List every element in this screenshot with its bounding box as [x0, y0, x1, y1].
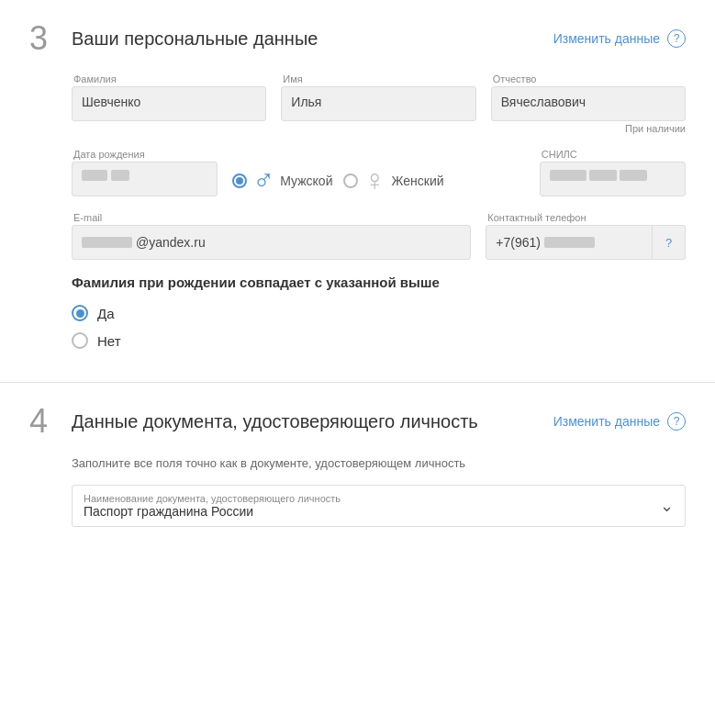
dob-field	[72, 162, 218, 196]
gender-male-radio[interactable]	[232, 174, 247, 188]
gender-male-option[interactable]: ♂ Мужской	[232, 163, 332, 197]
birth-surname-label: Фамилия при рождении совпадает с указанн…	[72, 274, 686, 290]
middle-name-group: Отчество Вячеславович При наличии	[491, 73, 686, 134]
dob-blur-1	[82, 170, 107, 181]
dob-blur-2	[111, 170, 129, 181]
section-4-actions: Изменить данные ?	[553, 412, 686, 431]
dob-label: Дата рождения	[72, 149, 218, 160]
section-4-help-button[interactable]: ?	[667, 412, 686, 431]
section-3-title-wrap: 3 Ваши персональные данные	[29, 22, 318, 55]
yes-label: Да	[97, 306, 115, 321]
email-blur	[82, 237, 132, 248]
snils-blur-1	[550, 170, 587, 181]
email-suffix: @yandex.ru	[136, 235, 206, 250]
phone-prefix: +7(961)	[496, 235, 541, 250]
first-name-label: Имя	[281, 73, 475, 84]
middle-name-note: При наличии	[491, 123, 686, 134]
section-4-header: 4 Данные документа, удостоверяющего личн…	[29, 405, 686, 438]
first-name-group: Имя Илья	[281, 73, 475, 134]
snils-blurred	[550, 170, 676, 181]
section-3-title: Ваши персональные данные	[72, 28, 318, 50]
phone-field: +7(961)	[486, 225, 653, 260]
phone-label: Контактный телефон	[486, 212, 686, 223]
gender-female-label: Женский	[391, 174, 443, 188]
gender-female-radio[interactable]	[343, 174, 358, 188]
section-3-actions: Изменить данные ?	[553, 29, 686, 48]
dob-group: Дата рождения	[72, 149, 218, 196]
section-4-content: Заполните все поля точно как в документе…	[72, 456, 686, 527]
female-icon: ♀	[363, 163, 385, 197]
section-4-change-link[interactable]: Изменить данные	[553, 414, 660, 429]
dob-blurred	[82, 170, 207, 181]
section-4-number: 4	[29, 405, 57, 438]
snils-group: СНИЛС	[540, 149, 686, 196]
section-3: 3 Ваши персональные данные Изменить данн…	[0, 0, 715, 383]
middle-name-label: Отчество	[491, 73, 686, 84]
section-3-help-button[interactable]: ?	[667, 29, 686, 48]
dropdown-field-label: Наименование документа, удостоверяющего …	[84, 493, 341, 504]
no-option[interactable]: Нет	[72, 332, 686, 349]
phone-blur	[544, 237, 595, 248]
snils-blur-3	[620, 170, 647, 181]
phone-group: Контактный телефон +7(961) ?	[486, 212, 686, 260]
name-fields-row: Фамилия Шевченко Имя Илья Отчество Вячес…	[72, 73, 686, 134]
last-name-field: Шевченко	[72, 86, 266, 121]
section-3-header: 3 Ваши персональные данные Изменить данн…	[29, 22, 686, 55]
phone-help-button[interactable]: ?	[653, 225, 686, 260]
first-name-field: Илья	[281, 86, 475, 121]
section-3-number: 3	[29, 22, 57, 55]
section-3-content: Фамилия Шевченко Имя Илья Отчество Вячес…	[72, 73, 686, 349]
section-4-title-wrap: 4 Данные документа, удостоверяющего личн…	[29, 405, 478, 438]
section-4: 4 Данные документа, удостоверяющего личн…	[0, 383, 715, 549]
chevron-down-icon: ⌄	[660, 496, 674, 516]
snils-field	[540, 162, 686, 196]
section-3-change-link[interactable]: Изменить данные	[553, 31, 660, 46]
gender-male-label: Мужской	[280, 174, 332, 188]
dropdown-label-wrap: Наименование документа, удостоверяющего …	[84, 493, 341, 519]
email-field: @yandex.ru	[72, 225, 471, 260]
section-4-title: Данные документа, удостоверяющего личнос…	[72, 411, 478, 432]
dropdown-value: Паспорт гражданина России	[84, 504, 341, 519]
yes-option[interactable]: Да	[72, 305, 686, 321]
gender-group: ♂ Мужской ♀ Женский	[232, 149, 525, 197]
last-name-group: Фамилия Шевченко	[72, 73, 266, 134]
male-icon: ♂	[252, 163, 274, 197]
no-radio[interactable]	[72, 332, 88, 349]
email-group: E-mail @yandex.ru	[72, 212, 471, 260]
section-4-subtitle: Заполните все поля точно как в документе…	[72, 456, 686, 470]
yes-radio[interactable]	[72, 305, 88, 321]
birth-surname-section: Фамилия при рождении совпадает с указанн…	[72, 274, 686, 349]
email-label: E-mail	[72, 212, 471, 223]
phone-row: +7(961) ?	[486, 225, 686, 260]
email-phone-row: E-mail @yandex.ru Контактный телефон +7(…	[72, 212, 686, 260]
snils-label: СНИЛС	[540, 149, 686, 160]
document-type-dropdown[interactable]: Наименование документа, удостоверяющего …	[72, 485, 686, 527]
snils-blur-2	[589, 170, 617, 181]
no-label: Нет	[97, 333, 121, 349]
last-name-label: Фамилия	[72, 73, 266, 84]
gender-female-option[interactable]: ♀ Женский	[343, 163, 443, 197]
dob-gender-snils-row: Дата рождения ♂ Мужской ♀	[72, 149, 686, 197]
middle-name-field: Вячеславович	[491, 86, 686, 121]
